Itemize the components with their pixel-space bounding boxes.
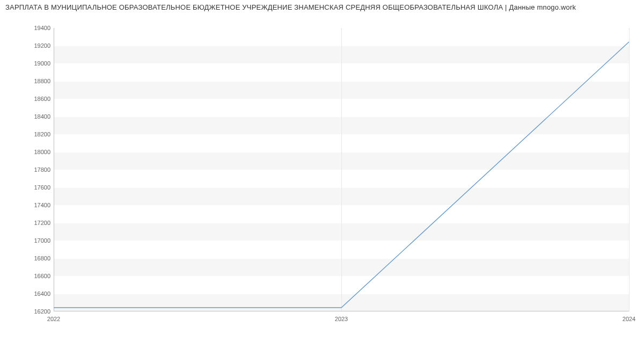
line-series-layer — [54, 28, 629, 311]
x-tick-label: 2023 — [335, 316, 348, 322]
y-tick-label: 17000 — [34, 237, 50, 244]
y-tick-label: 18200 — [34, 131, 50, 137]
y-tick-label: 17600 — [34, 184, 50, 191]
y-tick-label: 17400 — [34, 202, 50, 208]
y-tick-label: 19200 — [34, 42, 50, 49]
y-tick-label: 17800 — [34, 166, 50, 173]
y-tick-label: 18000 — [34, 149, 50, 155]
chart-container: ЗАРПЛАТА В МУНИЦИПАЛЬНОЕ ОБРАЗОВАТЕЛЬНОЕ… — [0, 0, 644, 349]
y-tick-label: 16400 — [34, 290, 50, 297]
y-tick-label: 19400 — [34, 25, 50, 31]
y-tick-label: 16600 — [34, 273, 50, 279]
y-tick-label: 16800 — [34, 255, 50, 261]
line-series — [54, 42, 629, 308]
y-tick-label: 18400 — [34, 113, 50, 120]
y-tick-label: 18600 — [34, 96, 50, 102]
y-tick-label: 19000 — [34, 60, 50, 67]
chart-title: ЗАРПЛАТА В МУНИЦИПАЛЬНОЕ ОБРАЗОВАТЕЛЬНОЕ… — [5, 3, 639, 11]
y-tick-label: 18800 — [34, 78, 50, 84]
x-tick-label: 2022 — [47, 316, 60, 322]
grid-line-vertical — [629, 28, 630, 311]
x-tick-label: 2024 — [623, 316, 635, 322]
y-tick-label: 17200 — [34, 220, 50, 226]
y-tick-label: 16200 — [34, 308, 50, 315]
plot-area — [54, 28, 629, 311]
